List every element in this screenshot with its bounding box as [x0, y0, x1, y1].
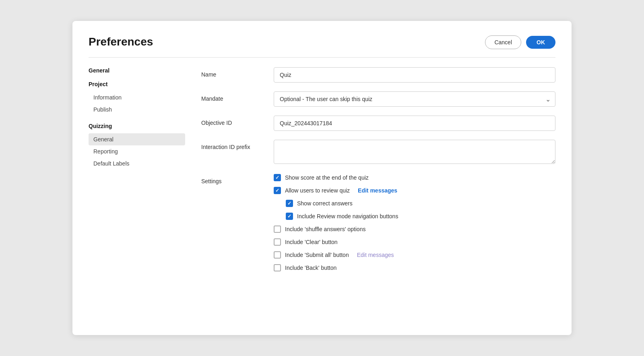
objective-id-label: Objective ID [201, 116, 274, 126]
dialog-title: Preferences [89, 35, 153, 48]
cancel-button[interactable]: Cancel [485, 35, 521, 49]
checkbox-row-back: Include 'Back' button [274, 264, 555, 271]
sidebar-item-information[interactable]: Information [89, 91, 185, 103]
back-label: Include 'Back' button [285, 265, 336, 271]
objective-id-row: Objective ID [201, 116, 555, 131]
checkmark-icon: ✓ [275, 175, 279, 180]
interaction-id-input[interactable] [274, 140, 555, 164]
sidebar-item-publish[interactable]: Publish [89, 103, 185, 116]
mandate-row: Mandate Optional - The user can skip thi… [201, 91, 555, 107]
main-content: Name Mandate Optional - The user can ski… [193, 67, 555, 275]
clear-checkbox[interactable] [274, 238, 281, 246]
checkmark-icon: ✓ [287, 214, 291, 219]
ok-button[interactable]: OK [526, 36, 555, 49]
allow-review-checkbox[interactable]: ✓ [274, 187, 281, 194]
sidebar-item-general[interactable]: General [89, 133, 185, 145]
checkbox-row-show-score: ✓ Show score at the end of the quiz [274, 174, 555, 181]
interaction-id-field [274, 140, 555, 165]
submit-all-label: Include 'Submit all' button [285, 252, 349, 258]
show-score-label: Show score at the end of the quiz [285, 174, 369, 181]
name-input[interactable] [274, 67, 555, 83]
show-correct-checkbox[interactable]: ✓ [286, 200, 293, 207]
submit-all-edit-messages-link[interactable]: Edit messages [357, 252, 394, 258]
mandate-select[interactable]: Optional - The user can skip this quiz R… [274, 91, 555, 107]
dialog-body: General Project Information Publish Quiz… [89, 67, 555, 275]
checkmark-icon: ✓ [275, 188, 279, 193]
settings-label: Settings [201, 174, 274, 184]
show-score-checkbox[interactable]: ✓ [274, 174, 281, 181]
sidebar-item-reporting[interactable]: Reporting [89, 145, 185, 157]
checkbox-row-allow-review: ✓ Allow users to review quiz Edit messag… [274, 187, 555, 194]
dialog-header: Preferences Cancel OK [89, 35, 555, 58]
checkmark-icon: ✓ [287, 201, 291, 206]
sidebar-general-label: General [89, 67, 185, 74]
allow-review-label: Allow users to review quiz [285, 187, 350, 194]
settings-field: ✓ Show score at the end of the quiz ✓ Al… [274, 174, 555, 271]
shuffle-label: Include 'shuffle answers' options [285, 226, 365, 232]
settings-row: Settings ✓ Show score at the end of the … [201, 174, 555, 271]
interaction-id-label: Interaction ID prefix [201, 140, 274, 150]
sidebar: General Project Information Publish Quiz… [89, 67, 193, 275]
header-buttons: Cancel OK [485, 35, 555, 49]
clear-label: Include 'Clear' button [285, 239, 338, 245]
name-field [274, 67, 555, 83]
review-nav-label: Include Review mode navigation buttons [297, 213, 398, 219]
checkbox-list: ✓ Show score at the end of the quiz ✓ Al… [274, 174, 555, 271]
checkbox-row-shuffle: Include 'shuffle answers' options [274, 226, 555, 233]
mandate-label: Mandate [201, 91, 274, 102]
submit-all-checkbox[interactable] [274, 251, 281, 259]
review-nav-checkbox[interactable]: ✓ [286, 213, 293, 220]
mandate-field: Optional - The user can skip this quiz R… [274, 91, 555, 107]
checkbox-row-show-correct: ✓ Show correct answers [274, 200, 555, 207]
interaction-id-row: Interaction ID prefix [201, 140, 555, 165]
name-label: Name [201, 67, 274, 78]
sidebar-project-label: Project [89, 81, 185, 87]
mandate-select-wrapper: Optional - The user can skip this quiz R… [274, 91, 555, 107]
sidebar-quizzing-label: Quizzing [89, 123, 185, 129]
show-correct-label: Show correct answers [297, 200, 353, 207]
back-checkbox[interactable] [274, 264, 281, 271]
objective-id-input[interactable] [274, 116, 555, 131]
objective-id-field [274, 116, 555, 131]
allow-review-edit-messages-link[interactable]: Edit messages [358, 187, 397, 194]
name-row: Name [201, 67, 555, 83]
sidebar-item-default-labels[interactable]: Default Labels [89, 157, 185, 170]
shuffle-checkbox[interactable] [274, 226, 281, 233]
preferences-dialog: Preferences Cancel OK General Project In… [72, 21, 572, 335]
checkbox-row-submit-all: Include 'Submit all' button Edit message… [274, 251, 555, 259]
checkbox-row-review-nav: ✓ Include Review mode navigation buttons [274, 213, 555, 220]
checkbox-row-clear: Include 'Clear' button [274, 238, 555, 246]
